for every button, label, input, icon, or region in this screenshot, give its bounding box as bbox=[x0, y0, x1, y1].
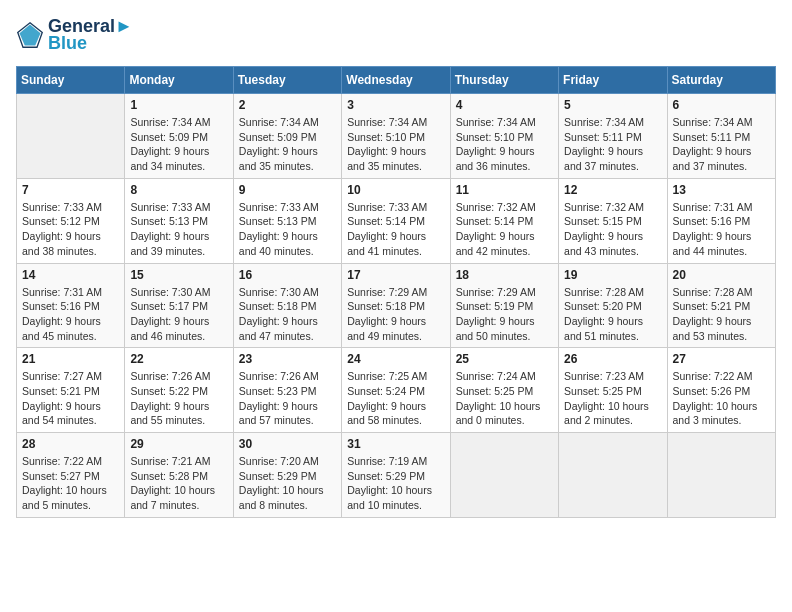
col-header-saturday: Saturday bbox=[667, 67, 775, 94]
calendar-cell bbox=[559, 433, 667, 518]
calendar-cell: 9Sunrise: 7:33 AMSunset: 5:13 PMDaylight… bbox=[233, 178, 341, 263]
day-number: 29 bbox=[130, 437, 227, 451]
day-info: Sunrise: 7:22 AMSunset: 5:26 PMDaylight:… bbox=[673, 369, 770, 428]
week-row-3: 14Sunrise: 7:31 AMSunset: 5:16 PMDayligh… bbox=[17, 263, 776, 348]
col-header-wednesday: Wednesday bbox=[342, 67, 450, 94]
day-info: Sunrise: 7:26 AMSunset: 5:22 PMDaylight:… bbox=[130, 369, 227, 428]
day-info: Sunrise: 7:28 AMSunset: 5:20 PMDaylight:… bbox=[564, 285, 661, 344]
calendar-cell: 4Sunrise: 7:34 AMSunset: 5:10 PMDaylight… bbox=[450, 94, 558, 179]
calendar-table: SundayMondayTuesdayWednesdayThursdayFrid… bbox=[16, 66, 776, 518]
calendar-cell: 6Sunrise: 7:34 AMSunset: 5:11 PMDaylight… bbox=[667, 94, 775, 179]
calendar-cell: 14Sunrise: 7:31 AMSunset: 5:16 PMDayligh… bbox=[17, 263, 125, 348]
calendar-cell bbox=[450, 433, 558, 518]
day-info: Sunrise: 7:24 AMSunset: 5:25 PMDaylight:… bbox=[456, 369, 553, 428]
day-number: 1 bbox=[130, 98, 227, 112]
calendar-cell: 30Sunrise: 7:20 AMSunset: 5:29 PMDayligh… bbox=[233, 433, 341, 518]
day-number: 27 bbox=[673, 352, 770, 366]
day-info: Sunrise: 7:34 AMSunset: 5:09 PMDaylight:… bbox=[130, 115, 227, 174]
day-number: 21 bbox=[22, 352, 119, 366]
day-number: 10 bbox=[347, 183, 444, 197]
day-number: 2 bbox=[239, 98, 336, 112]
day-info: Sunrise: 7:23 AMSunset: 5:25 PMDaylight:… bbox=[564, 369, 661, 428]
day-number: 6 bbox=[673, 98, 770, 112]
day-number: 23 bbox=[239, 352, 336, 366]
day-info: Sunrise: 7:22 AMSunset: 5:27 PMDaylight:… bbox=[22, 454, 119, 513]
calendar-cell: 21Sunrise: 7:27 AMSunset: 5:21 PMDayligh… bbox=[17, 348, 125, 433]
calendar-cell: 27Sunrise: 7:22 AMSunset: 5:26 PMDayligh… bbox=[667, 348, 775, 433]
calendar-cell: 18Sunrise: 7:29 AMSunset: 5:19 PMDayligh… bbox=[450, 263, 558, 348]
day-number: 25 bbox=[456, 352, 553, 366]
day-number: 30 bbox=[239, 437, 336, 451]
calendar-cell: 7Sunrise: 7:33 AMSunset: 5:12 PMDaylight… bbox=[17, 178, 125, 263]
day-info: Sunrise: 7:28 AMSunset: 5:21 PMDaylight:… bbox=[673, 285, 770, 344]
day-info: Sunrise: 7:34 AMSunset: 5:09 PMDaylight:… bbox=[239, 115, 336, 174]
day-info: Sunrise: 7:33 AMSunset: 5:14 PMDaylight:… bbox=[347, 200, 444, 259]
calendar-cell: 16Sunrise: 7:30 AMSunset: 5:18 PMDayligh… bbox=[233, 263, 341, 348]
day-number: 11 bbox=[456, 183, 553, 197]
calendar-cell: 25Sunrise: 7:24 AMSunset: 5:25 PMDayligh… bbox=[450, 348, 558, 433]
day-number: 24 bbox=[347, 352, 444, 366]
day-info: Sunrise: 7:33 AMSunset: 5:13 PMDaylight:… bbox=[239, 200, 336, 259]
day-number: 9 bbox=[239, 183, 336, 197]
week-row-5: 28Sunrise: 7:22 AMSunset: 5:27 PMDayligh… bbox=[17, 433, 776, 518]
calendar-cell: 19Sunrise: 7:28 AMSunset: 5:20 PMDayligh… bbox=[559, 263, 667, 348]
day-number: 16 bbox=[239, 268, 336, 282]
day-number: 4 bbox=[456, 98, 553, 112]
day-info: Sunrise: 7:25 AMSunset: 5:24 PMDaylight:… bbox=[347, 369, 444, 428]
day-info: Sunrise: 7:34 AMSunset: 5:10 PMDaylight:… bbox=[456, 115, 553, 174]
day-number: 7 bbox=[22, 183, 119, 197]
day-number: 26 bbox=[564, 352, 661, 366]
logo-icon bbox=[16, 21, 44, 49]
day-info: Sunrise: 7:33 AMSunset: 5:12 PMDaylight:… bbox=[22, 200, 119, 259]
calendar-cell: 24Sunrise: 7:25 AMSunset: 5:24 PMDayligh… bbox=[342, 348, 450, 433]
day-info: Sunrise: 7:21 AMSunset: 5:28 PMDaylight:… bbox=[130, 454, 227, 513]
day-info: Sunrise: 7:33 AMSunset: 5:13 PMDaylight:… bbox=[130, 200, 227, 259]
svg-marker-0 bbox=[20, 25, 41, 46]
day-info: Sunrise: 7:20 AMSunset: 5:29 PMDaylight:… bbox=[239, 454, 336, 513]
logo-text: General► Blue bbox=[48, 16, 133, 54]
calendar-cell: 2Sunrise: 7:34 AMSunset: 5:09 PMDaylight… bbox=[233, 94, 341, 179]
logo: General► Blue bbox=[16, 16, 133, 54]
day-number: 5 bbox=[564, 98, 661, 112]
calendar-cell bbox=[667, 433, 775, 518]
day-number: 19 bbox=[564, 268, 661, 282]
day-info: Sunrise: 7:26 AMSunset: 5:23 PMDaylight:… bbox=[239, 369, 336, 428]
week-row-4: 21Sunrise: 7:27 AMSunset: 5:21 PMDayligh… bbox=[17, 348, 776, 433]
day-number: 28 bbox=[22, 437, 119, 451]
calendar-cell: 23Sunrise: 7:26 AMSunset: 5:23 PMDayligh… bbox=[233, 348, 341, 433]
col-header-monday: Monday bbox=[125, 67, 233, 94]
calendar-cell: 31Sunrise: 7:19 AMSunset: 5:29 PMDayligh… bbox=[342, 433, 450, 518]
day-number: 3 bbox=[347, 98, 444, 112]
calendar-cell: 20Sunrise: 7:28 AMSunset: 5:21 PMDayligh… bbox=[667, 263, 775, 348]
day-info: Sunrise: 7:19 AMSunset: 5:29 PMDaylight:… bbox=[347, 454, 444, 513]
calendar-cell: 13Sunrise: 7:31 AMSunset: 5:16 PMDayligh… bbox=[667, 178, 775, 263]
day-number: 12 bbox=[564, 183, 661, 197]
day-info: Sunrise: 7:29 AMSunset: 5:18 PMDaylight:… bbox=[347, 285, 444, 344]
calendar-cell: 26Sunrise: 7:23 AMSunset: 5:25 PMDayligh… bbox=[559, 348, 667, 433]
day-info: Sunrise: 7:34 AMSunset: 5:11 PMDaylight:… bbox=[673, 115, 770, 174]
day-number: 20 bbox=[673, 268, 770, 282]
col-header-sunday: Sunday bbox=[17, 67, 125, 94]
col-header-tuesday: Tuesday bbox=[233, 67, 341, 94]
day-info: Sunrise: 7:32 AMSunset: 5:15 PMDaylight:… bbox=[564, 200, 661, 259]
day-number: 17 bbox=[347, 268, 444, 282]
day-number: 15 bbox=[130, 268, 227, 282]
calendar-cell: 17Sunrise: 7:29 AMSunset: 5:18 PMDayligh… bbox=[342, 263, 450, 348]
col-header-friday: Friday bbox=[559, 67, 667, 94]
day-number: 31 bbox=[347, 437, 444, 451]
calendar-cell bbox=[17, 94, 125, 179]
calendar-cell: 5Sunrise: 7:34 AMSunset: 5:11 PMDaylight… bbox=[559, 94, 667, 179]
page-header: General► Blue bbox=[16, 16, 776, 54]
calendar-cell: 3Sunrise: 7:34 AMSunset: 5:10 PMDaylight… bbox=[342, 94, 450, 179]
day-info: Sunrise: 7:34 AMSunset: 5:11 PMDaylight:… bbox=[564, 115, 661, 174]
day-number: 22 bbox=[130, 352, 227, 366]
day-info: Sunrise: 7:31 AMSunset: 5:16 PMDaylight:… bbox=[673, 200, 770, 259]
day-info: Sunrise: 7:34 AMSunset: 5:10 PMDaylight:… bbox=[347, 115, 444, 174]
day-info: Sunrise: 7:30 AMSunset: 5:18 PMDaylight:… bbox=[239, 285, 336, 344]
day-info: Sunrise: 7:32 AMSunset: 5:14 PMDaylight:… bbox=[456, 200, 553, 259]
calendar-cell: 8Sunrise: 7:33 AMSunset: 5:13 PMDaylight… bbox=[125, 178, 233, 263]
week-row-1: 1Sunrise: 7:34 AMSunset: 5:09 PMDaylight… bbox=[17, 94, 776, 179]
calendar-cell: 11Sunrise: 7:32 AMSunset: 5:14 PMDayligh… bbox=[450, 178, 558, 263]
day-number: 14 bbox=[22, 268, 119, 282]
week-row-2: 7Sunrise: 7:33 AMSunset: 5:12 PMDaylight… bbox=[17, 178, 776, 263]
